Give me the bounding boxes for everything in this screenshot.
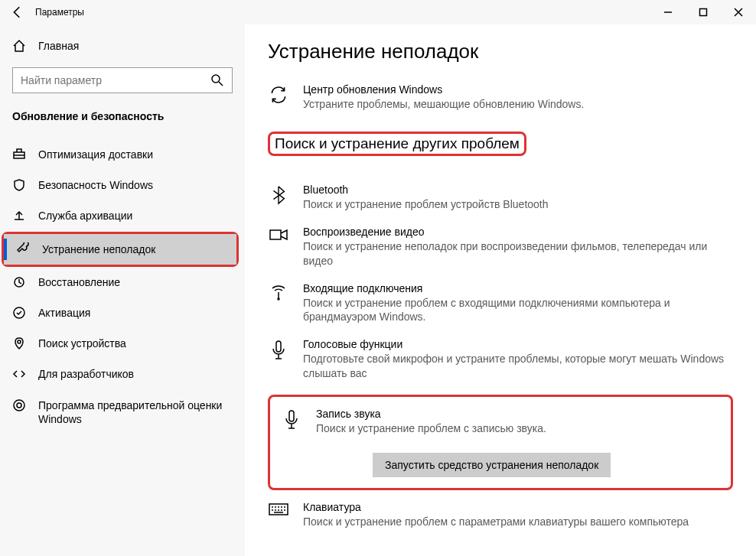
svg-point-9 <box>278 298 279 300</box>
sidebar: Главная Обновление и безопасность Оптими… <box>0 24 245 556</box>
svg-rect-11 <box>289 411 294 421</box>
item-voice[interactable]: Голосовые функции Подготовьте свой микро… <box>268 338 733 381</box>
close-icon <box>734 8 743 17</box>
section-other-problems: Поиск и устранение других проблем <box>268 132 526 156</box>
svg-rect-10 <box>276 341 281 352</box>
minimize-button[interactable] <box>650 0 686 24</box>
sidebar-item-backup[interactable]: Служба архивации <box>0 200 245 231</box>
close-button[interactable] <box>721 0 756 24</box>
shield-icon <box>12 178 26 192</box>
home-label: Главная <box>38 40 79 52</box>
recovery-icon <box>12 275 26 289</box>
location-icon <box>12 337 26 350</box>
item-recording[interactable]: Запись звука Поиск и устранение проблем … <box>281 408 720 436</box>
microphone-icon <box>283 409 300 431</box>
content-area: Устранение неполадок Центр обновления Wi… <box>245 24 756 556</box>
sidebar-item-insider[interactable]: Программа предварительной оценки Windows <box>0 390 245 434</box>
item-bluetooth[interactable]: Bluetooth Поиск и устранение проблем уст… <box>268 184 733 212</box>
wrench-icon <box>16 242 30 256</box>
maximize-button[interactable] <box>686 0 721 24</box>
video-icon <box>269 227 288 242</box>
highlight-annotation-record: Запись звука Поиск и устранение проблем … <box>268 395 733 490</box>
home-link[interactable]: Главная <box>0 31 245 61</box>
sidebar-item-recovery[interactable]: Восстановление <box>0 267 245 298</box>
item-windows-update[interactable]: Центр обновления Windows Устраните пробл… <box>268 83 733 112</box>
sidebar-item-activation[interactable]: Активация <box>0 298 245 328</box>
sidebar-item-find-device[interactable]: Поиск устройства <box>0 328 245 359</box>
signal-icon <box>269 284 288 304</box>
item-video[interactable]: Воспроизведение видео Поиск и устранение… <box>268 226 733 268</box>
backup-icon <box>12 209 26 223</box>
search-box[interactable] <box>12 67 233 93</box>
page-title: Устранение неполадок <box>268 40 733 63</box>
highlight-annotation: Устранение неполадок <box>2 232 239 267</box>
home-icon <box>12 39 26 53</box>
sidebar-item-developers[interactable]: Для разработчиков <box>0 359 245 389</box>
sidebar-item-security[interactable]: Безопасность Windows <box>0 170 245 200</box>
minimize-icon <box>663 8 673 17</box>
refresh-icon <box>269 85 288 105</box>
run-troubleshooter-button[interactable]: Запустить средство устранения неполадок <box>373 453 611 477</box>
titlebar: Параметры <box>0 0 756 24</box>
search-icon <box>210 73 224 87</box>
svg-rect-8 <box>270 230 281 239</box>
svg-rect-12 <box>269 504 288 515</box>
activation-icon <box>12 306 26 320</box>
svg-point-7 <box>17 403 21 408</box>
arrow-left-icon <box>11 5 24 19</box>
window-title: Параметры <box>35 7 84 18</box>
nav-list: Оптимизация доставки Безопасность Window… <box>0 130 245 434</box>
sidebar-item-troubleshoot[interactable]: Устранение неполадок <box>4 234 236 265</box>
settings-window: Параметры Главная Обновление и безопасно… <box>0 0 756 556</box>
delivery-icon <box>12 148 26 161</box>
item-keyboard[interactable]: Клавиатура Поиск и устранение проблем с … <box>268 501 733 529</box>
developer-icon <box>12 367 26 381</box>
svg-point-6 <box>14 400 24 411</box>
keyboard-icon <box>268 502 289 516</box>
svg-point-1 <box>212 75 220 83</box>
bluetooth-icon <box>270 185 287 205</box>
insider-icon <box>12 398 26 412</box>
item-incoming[interactable]: Входящие подключения Поиск и устранение … <box>268 282 733 325</box>
svg-point-5 <box>18 340 21 343</box>
microphone-icon <box>270 340 287 361</box>
svg-rect-0 <box>700 9 707 16</box>
section-header: Обновление и безопасность <box>0 99 245 130</box>
search-input[interactable] <box>21 74 210 86</box>
maximize-icon <box>699 8 708 17</box>
sidebar-item-delivery[interactable]: Оптимизация доставки <box>0 139 245 170</box>
back-button[interactable] <box>0 0 35 24</box>
